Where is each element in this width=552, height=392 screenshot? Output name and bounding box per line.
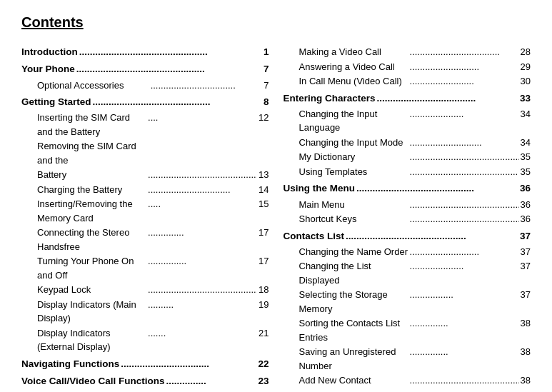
toc-sub-page-num: 21 bbox=[259, 326, 269, 354]
toc-main-label: Using the Menu bbox=[283, 181, 356, 196]
toc-sub-page-num: 13 bbox=[259, 168, 269, 182]
toc-sub-page-num: 29 bbox=[521, 60, 531, 74]
toc-sub-entry: My Dictionary...........................… bbox=[299, 150, 531, 164]
toc-sub-entry: In Call Menu (Video Call)...............… bbox=[299, 74, 531, 89]
toc-sub-dots: ........................................… bbox=[410, 212, 519, 226]
toc-sub-label: Saving an Unregistered Number bbox=[299, 345, 408, 373]
toc-sub-label: Using Templates bbox=[299, 165, 408, 179]
toc-main-entry: Using the Menu..........................… bbox=[283, 181, 531, 196]
toc-dots: ........................................… bbox=[76, 62, 262, 76]
toc-dots: ........................................… bbox=[346, 229, 518, 243]
toc-sub-label: Removing the SIM Card and the bbox=[37, 139, 151, 167]
toc-sub-entry: Connecting the Stereo Handsfree.........… bbox=[37, 226, 269, 253]
toc-sub-dots: ............... bbox=[410, 345, 519, 373]
toc-sub-entries: Changing the Name Order.................… bbox=[283, 245, 531, 392]
toc-sub-page-num: 12 bbox=[259, 111, 269, 139]
toc-sub-dots: ............... bbox=[148, 254, 257, 282]
toc-sub-entry: Main Menu...............................… bbox=[299, 198, 531, 212]
toc-sub-page-num: 19 bbox=[259, 298, 269, 326]
toc-dots: ............... bbox=[166, 374, 257, 388]
toc-sub-entry: Removing the SIM Card and the bbox=[37, 139, 269, 167]
toc-sub-entry: Saving an Unregistered Number...........… bbox=[299, 345, 531, 373]
toc-sub-label: In Call Menu (Video Call) bbox=[299, 74, 408, 89]
toc-section: Entering Characters.....................… bbox=[283, 91, 531, 179]
toc-sub-entry: Display Indicators (Main Display).......… bbox=[37, 298, 269, 326]
toc-sub-label: Turning Your Phone On and Off bbox=[37, 254, 146, 282]
toc-sub-label: Charging the Battery bbox=[37, 183, 146, 197]
toc-main-entry: Voice Call/Video Call Functions.........… bbox=[21, 374, 269, 388]
toc-sub-entry: Shortcut Keys...........................… bbox=[299, 212, 531, 226]
toc-sub-label: Battery bbox=[37, 168, 146, 182]
toc-sub-dots: .............. bbox=[148, 226, 257, 253]
toc-sub-page-num: 37 bbox=[521, 288, 531, 316]
toc-section: Introduction............................… bbox=[21, 45, 269, 59]
toc-page-num: 37 bbox=[520, 229, 531, 243]
toc-sub-page-num: 17 bbox=[259, 254, 269, 282]
toc-main-entry: Getting Started.........................… bbox=[21, 95, 269, 109]
toc-main-label: Introduction bbox=[21, 45, 78, 59]
toc-sub-page-num: 15 bbox=[259, 197, 269, 225]
toc-page-num: 1 bbox=[264, 45, 269, 59]
toc-page-num: 33 bbox=[520, 91, 531, 106]
toc-sub-page-num: 36 bbox=[521, 212, 531, 226]
toc-sub-entry: Battery.................................… bbox=[37, 168, 269, 182]
toc-section: Getting Started.........................… bbox=[21, 95, 269, 354]
toc-main-label: Your Phone bbox=[21, 62, 75, 76]
toc-sub-dots: ........................................… bbox=[410, 165, 519, 179]
toc-sub-label: Changing the List Displayed bbox=[299, 259, 408, 287]
toc-sub-entry: Inserting the SIM Card and the Battery..… bbox=[37, 111, 269, 139]
toc-page-num: 22 bbox=[258, 357, 269, 371]
toc-sub-dots: ..... bbox=[148, 197, 257, 225]
toc-section: Using the Menu..........................… bbox=[283, 181, 531, 226]
toc-sub-entry: Sorting the Contacts List Entries.......… bbox=[299, 316, 531, 344]
toc-sub-entries: Optional Accessories....................… bbox=[21, 79, 269, 93]
toc-sub-page-num: 37 bbox=[521, 245, 531, 259]
toc-sub-page-num: 38 bbox=[521, 345, 531, 373]
toc-sub-dots: ........................................… bbox=[410, 373, 519, 388]
toc-sub-entry: Viewing My Contact Details..............… bbox=[299, 388, 531, 392]
toc-main-entry: Navigating Functions....................… bbox=[21, 357, 269, 371]
toc-page-num: 36 bbox=[520, 181, 531, 196]
toc-main-label: Entering Characters bbox=[283, 91, 376, 106]
toc-dots: ................................. bbox=[121, 357, 256, 371]
toc-sub-label: Shortcut Keys bbox=[299, 212, 408, 226]
toc-section: Navigating Functions....................… bbox=[21, 357, 269, 371]
toc-sub-entry: Add New Contact.........................… bbox=[299, 373, 531, 388]
toc-sub-label: Add New Contact bbox=[299, 373, 408, 388]
toc-main-entry: Contacts List...........................… bbox=[283, 229, 531, 243]
toc-sub-entry: Answering a Video Call..................… bbox=[299, 60, 531, 74]
toc-sub-label: Changing the Input Language bbox=[299, 107, 408, 135]
toc-sub-page-num: 7 bbox=[264, 79, 269, 93]
toc-sub-entry: Changing the Input Mode.................… bbox=[299, 136, 531, 150]
toc-sub-entry: Charging the Battery....................… bbox=[37, 183, 269, 197]
toc-sub-dots: ................................. bbox=[151, 79, 263, 93]
toc-dots: ........................................… bbox=[356, 181, 518, 196]
toc-sub-page-num: 35 bbox=[521, 165, 531, 179]
toc-main-entry: Your Phone..............................… bbox=[21, 62, 269, 76]
toc-sub-label: Display Indicators (External Display) bbox=[37, 326, 146, 354]
toc-sub-dots: ....... bbox=[148, 326, 257, 354]
toc-sub-label: Selecting the Storage Memory bbox=[299, 288, 408, 316]
toc-sub-entry: Keypad Lock.............................… bbox=[37, 283, 269, 297]
toc-sub-label: Inserting the SIM Card and the Battery bbox=[37, 111, 146, 139]
toc-sub-dots: ......................... bbox=[410, 74, 519, 89]
toc-sub-entries: Making a Video Call.....................… bbox=[283, 45, 531, 89]
toc-sub-page-num: 28 bbox=[521, 45, 531, 59]
toc-section: Contacts List...........................… bbox=[283, 229, 531, 393]
toc-main-entry: Introduction............................… bbox=[21, 45, 269, 59]
toc-sub-page-num: 36 bbox=[521, 198, 531, 212]
toc-sub-label: Answering a Video Call bbox=[299, 60, 408, 74]
toc-sub-page-num: 34 bbox=[521, 107, 531, 135]
toc-sub-label: Inserting/Removing the Memory Card bbox=[37, 197, 146, 225]
toc-sub-dots: ................................ bbox=[148, 183, 257, 197]
toc-sub-page-num: 18 bbox=[259, 283, 269, 297]
toc-sub-entry: Display Indicators (External Display)...… bbox=[37, 326, 269, 354]
toc-sub-entries: Changing the Input Language.............… bbox=[283, 107, 531, 179]
toc-page-num: 7 bbox=[264, 62, 269, 76]
toc-sub-dots: ..................... bbox=[410, 388, 519, 392]
toc-sub-label: Changing the Input Mode bbox=[299, 136, 408, 150]
toc-sub-entries: Inserting the SIM Card and the Battery..… bbox=[21, 111, 269, 354]
toc-sub-entry: Making a Video Call.....................… bbox=[299, 45, 531, 59]
toc-sub-page-num: 38 bbox=[521, 373, 531, 388]
toc-sub-label: Display Indicators (Main Display) bbox=[37, 298, 146, 326]
